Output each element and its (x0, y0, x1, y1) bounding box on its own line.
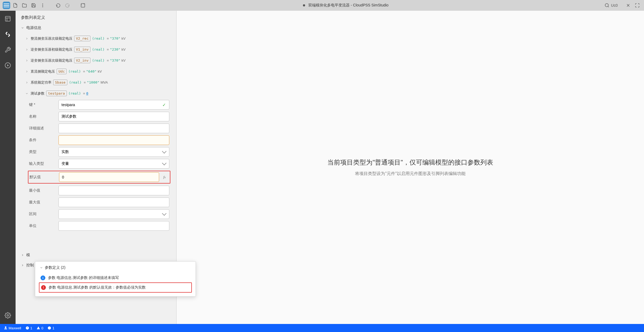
form-row-key: 键 * testpara✓ (29, 100, 169, 110)
more-icon[interactable] (39, 1, 47, 9)
param-row[interactable]: 系统额定功率 Sbase (real) = "1000" MVA (18, 77, 174, 88)
chevron-right-icon (20, 264, 25, 267)
open-folder-icon[interactable] (20, 1, 28, 9)
fullscreen-icon[interactable] (633, 1, 641, 9)
status-info[interactable]: 1 (47, 326, 54, 330)
key-input[interactable]: testpara✓ (58, 100, 169, 110)
unit-input[interactable] (58, 221, 169, 231)
input-value: 实数 (61, 150, 69, 154)
param-type: (real) (92, 36, 105, 40)
validation-header[interactable]: 参数定义 (2) (39, 265, 192, 270)
status-err-count: 1 (30, 326, 32, 330)
range-select[interactable] (58, 209, 169, 219)
info-icon (47, 326, 51, 330)
name-input[interactable]: 测试参数 (58, 112, 169, 121)
validation-item-info[interactable]: i 参数 电源信息.测试参数 的详细描述未填写 (39, 273, 192, 282)
group-power-label: 电源信息 (26, 25, 41, 30)
fx-button[interactable]: fx (160, 172, 169, 182)
title-text: 双端模块化多电平变流器 - CloudPSS SimStudio (308, 3, 389, 7)
cond-input[interactable] (58, 135, 169, 145)
chevron-right-icon (25, 59, 29, 62)
param-type: (real) (69, 80, 82, 84)
activity-interface-icon[interactable] (2, 29, 13, 40)
param-type: (real) (68, 69, 81, 73)
svg-point-4 (605, 3, 608, 7)
form-label: 区间 (29, 212, 58, 217)
form-row-input-type: 输入类型 变量 (29, 159, 169, 169)
group-collapsed-1[interactable]: 模 (18, 250, 174, 260)
param-unit: kV (122, 58, 126, 62)
param-key: V2_inv (74, 58, 90, 63)
redo-icon[interactable] (63, 1, 71, 9)
param-value-link[interactable]: 0 (86, 91, 88, 95)
chevron-down-icon (25, 92, 29, 95)
param-value: "230" (110, 47, 120, 51)
chevron-right-icon (25, 37, 29, 40)
param-row[interactable]: 逆变侧变压器初级额定电压 V1_inv (real) = "230" kV (18, 44, 174, 55)
canvas-area: 当前项目类型为"普通项目"，仅可编辑模型的接口参数列表 将项目类型设为"元件"以… (177, 11, 644, 324)
param-unit: kV (98, 69, 102, 73)
max-input[interactable] (58, 197, 169, 207)
param-row-expanded[interactable]: 测试参数 testpara (real) = 0 (18, 88, 174, 99)
side-panel-title: 参数列表定义 (16, 11, 176, 23)
param-label: 直流侧额定电压 (31, 69, 55, 74)
activity-bar (0, 11, 16, 324)
min-input[interactable] (58, 186, 169, 195)
svg-rect-5 (5, 16, 10, 21)
form-label: 最小值 (29, 188, 58, 193)
desc-input[interactable] (58, 124, 169, 133)
form-row-name: 名称 测试参数 (29, 112, 169, 121)
input-value: 测试参数 (61, 114, 76, 119)
save-icon[interactable] (30, 1, 38, 9)
unsaved-dot-icon (303, 4, 305, 6)
form-label: 键 * (29, 102, 58, 107)
param-unit: kV (122, 47, 126, 51)
screenshot-icon[interactable] (79, 1, 87, 9)
canvas-message-primary: 当前项目类型为"普通项目"，仅可编辑模型的接口参数列表 (327, 158, 493, 167)
search-area[interactable]: Uc0 (605, 3, 618, 8)
form-label: 条件 (29, 138, 58, 143)
close-search-icon[interactable] (624, 1, 632, 9)
param-row[interactable]: 直流侧额定电压 Udc (real) = "640" kV (18, 66, 174, 77)
form-label: 默认值 (30, 175, 59, 180)
check-icon: ✓ (162, 102, 166, 107)
form-row-desc: 详细描述 (29, 124, 169, 133)
new-file-icon[interactable] (11, 1, 19, 9)
param-unit: MVA (101, 80, 108, 84)
validation-item-error-highlighted[interactable]: ! 参数 电源信息.测试参数 的默认值无效：参数值必须为实数 (39, 282, 192, 293)
form-label: 单位 (29, 223, 58, 228)
type-select[interactable]: 实数 (58, 147, 169, 157)
form-row-unit: 单位 (29, 221, 169, 231)
param-key: V1_inv (74, 47, 90, 52)
status-errors[interactable]: 1 (25, 326, 32, 330)
status-user[interactable]: Maxwell (4, 326, 21, 330)
param-row[interactable]: 逆变侧变压器次级额定电压 V2_inv (real) = "370" kV (18, 55, 174, 66)
status-user-name: Maxwell (9, 326, 21, 330)
param-row[interactable]: 整流侧变压器次级额定电压 V2_rec (real) = "370" kV (18, 33, 174, 44)
form-row-range: 区间 (29, 209, 169, 219)
svg-point-0 (42, 3, 43, 4)
activity-run-icon[interactable] (2, 60, 13, 71)
form-row-min: 最小值 (29, 186, 169, 195)
search-text: Uc0 (611, 3, 618, 8)
validation-info-text: 参数 电源信息.测试参数 的详细描述未填写 (48, 275, 119, 280)
chevron-right-icon (20, 253, 25, 257)
activity-overview-icon[interactable] (2, 13, 13, 24)
param-unit: kV (122, 36, 126, 40)
error-icon (25, 326, 29, 330)
activity-tools-icon[interactable] (2, 44, 13, 55)
undo-icon[interactable] (54, 1, 62, 9)
status-warnings[interactable]: 0 (36, 326, 43, 330)
form-row-default-highlighted: 默认值 0 fx (28, 171, 170, 184)
param-label: 逆变侧变压器次级额定电压 (31, 58, 72, 63)
svg-point-2 (42, 6, 43, 7)
activity-settings-icon[interactable] (2, 310, 13, 321)
input-type-select[interactable]: 变量 (58, 159, 169, 169)
group-power-header[interactable]: 电源信息 (18, 23, 174, 33)
form-label: 类型 (29, 150, 58, 154)
param-key: V2_rec (74, 36, 90, 41)
default-input[interactable]: 0 (59, 172, 159, 182)
input-value: 0 (62, 175, 64, 179)
validation-popup: 参数定义 (2) i 参数 电源信息.测试参数 的详细描述未填写 ! 参数 电源… (35, 261, 196, 297)
param-eq: = (107, 36, 109, 40)
